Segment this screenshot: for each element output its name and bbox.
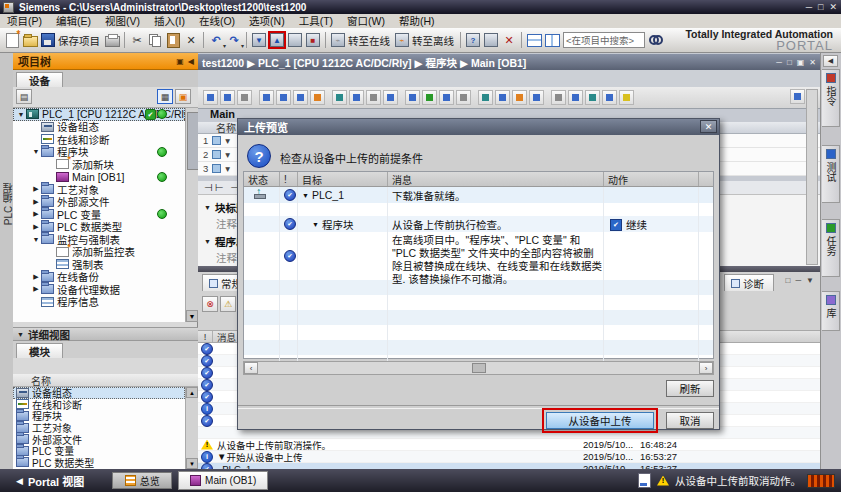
editor-toolbar-icon[interactable] [495, 90, 510, 105]
download-to-device-icon[interactable]: ▼ [251, 32, 267, 48]
column-view-icon[interactable]: ▦ [157, 89, 173, 104]
editor-toolbar-icon[interactable] [203, 90, 218, 105]
portal-view-button[interactable]: ◀ Portal 视图 [16, 473, 84, 489]
main-ob1-taskbar-tab[interactable]: Main (OB1) [178, 471, 268, 490]
expand-panel-icon[interactable]: ◀ [823, 55, 838, 67]
paste-icon[interactable] [165, 32, 181, 48]
copy-icon[interactable] [147, 32, 163, 48]
editor-toolbar-end-icon[interactable] [790, 89, 805, 104]
expander-icon[interactable]: ▼ [312, 221, 319, 228]
expander-icon[interactable]: ▼ [302, 192, 309, 199]
tree-item[interactable]: 强制表 [13, 258, 185, 271]
editor-window-control-icon[interactable]: ─ [776, 58, 782, 67]
editor-toolbar-icon[interactable] [332, 90, 347, 105]
upload-from-device-button[interactable]: 从设备中上传 [546, 412, 654, 429]
breadcrumb-path[interactable]: test1200 ▶ PLC_1 [CPU 1212C AC/DC/Rly] ▶… [202, 55, 526, 70]
print-icon[interactable] [104, 32, 120, 48]
online-diagnostics-icon[interactable]: ? [465, 32, 481, 48]
overview-button[interactable]: 总览 [112, 472, 172, 489]
open-editor-icon[interactable]: ▣ [175, 89, 191, 104]
menu-item[interactable]: 视图(V) [98, 14, 147, 28]
float-icon[interactable]: □ [786, 276, 791, 285]
editor-toolbar-icon[interactable] [293, 90, 308, 105]
editor-toolbar-icon[interactable] [422, 90, 437, 105]
editor-toolbar-icon[interactable] [568, 90, 583, 105]
start-cpu-icon[interactable] [287, 32, 303, 48]
tree-item[interactable]: ▼PLC_1 [CPU 1212C AC/DC/Rly]✔ [13, 108, 185, 121]
scrollbar-thumb[interactable] [472, 363, 486, 373]
cut-icon[interactable]: ✂ [129, 32, 145, 48]
editor-toolbar-icon[interactable] [310, 90, 325, 105]
editor-toolbar-icon[interactable] [478, 90, 493, 105]
menu-item[interactable]: 工具(T) [292, 14, 340, 28]
editor-window-control-icon[interactable]: □ [787, 58, 792, 67]
editor-window-control-icon[interactable]: ✕ [809, 58, 816, 67]
redo-icon[interactable]: ↷▾ [226, 32, 242, 48]
go-offline-icon[interactable]: ⌁ [394, 32, 410, 48]
expander-icon[interactable]: ▶ [31, 285, 41, 293]
detail-view-item[interactable]: PLC 数据类型 [13, 457, 185, 469]
breadcrumb[interactable]: test1200 ▶ PLC_1 [CPU 1212C AC/DC/Rly] ▶… [198, 54, 820, 70]
delete-icon[interactable]: ✕ [183, 32, 199, 48]
go-online-icon[interactable]: ⌁ [330, 32, 346, 48]
tree-item[interactable]: 程序信息 [13, 296, 185, 309]
filter-warnings-icon[interactable]: ⚠ [220, 296, 236, 312]
editor-vertical-scrollbar[interactable] [806, 89, 818, 265]
expander-icon[interactable]: ▼ [31, 148, 41, 155]
tree-item[interactable]: Main [OB1] [13, 171, 185, 184]
expander-icon[interactable]: ▶ [31, 273, 41, 281]
editor-toolbar-icon[interactable] [456, 90, 471, 105]
expand-icon[interactable]: ▼ [806, 276, 814, 285]
expander-icon[interactable]: ▶ [31, 198, 41, 206]
new-project-icon[interactable] [4, 32, 20, 48]
scroll-down-icon[interactable]: ▼ [186, 310, 198, 322]
minimize-icon[interactable]: ─ [795, 276, 801, 285]
split-horizontal-icon[interactable] [526, 32, 542, 48]
editor-toolbar-icon[interactable] [259, 90, 274, 105]
editor-toolbar-icon[interactable] [405, 90, 420, 105]
continue-checkbox[interactable]: ✔ [610, 219, 622, 231]
tree-item[interactable]: 在线和诊断 [13, 133, 185, 146]
tree-item[interactable]: ▶设备代理数据 [13, 283, 185, 296]
simulation-icon[interactable] [483, 32, 499, 48]
log-row[interactable]: i▼ 开始从设备中上传2019/5/10...16:53:27 [198, 451, 820, 463]
tab-modules[interactable]: 模块 [16, 343, 63, 359]
stop-cpu-icon[interactable]: ■ [305, 32, 321, 48]
editor-toolbar-icon[interactable] [512, 90, 527, 105]
menu-item[interactable]: 窗口(W) [340, 14, 392, 28]
dialog-horizontal-scrollbar[interactable]: ‹ › [243, 361, 714, 375]
editor-toolbar-icon[interactable] [276, 90, 291, 105]
editor-toolbar-icon[interactable] [349, 90, 364, 105]
dialog-title-bar[interactable]: 上传预览 [238, 119, 719, 135]
editor-toolbar-icon[interactable] [551, 90, 566, 105]
cancel-button[interactable]: 取消 [666, 412, 714, 429]
go-offline-label[interactable]: 转至离线 [412, 33, 454, 48]
right-strip-tab-2[interactable]: 测试 [822, 145, 840, 203]
save-project-icon[interactable] [40, 32, 56, 48]
pin-icon[interactable]: ▣ [176, 57, 184, 66]
filter-errors-icon[interactable]: ⊗ [202, 296, 218, 312]
window-control-icon[interactable]: ✕ [829, 2, 837, 12]
expander-icon[interactable]: ▶ [31, 210, 41, 218]
menu-item[interactable]: 编辑(E) [49, 14, 98, 28]
search-go-icon[interactable] [648, 32, 664, 48]
table-row[interactable]: ✔ 在离线项目中。"程序块"、"PLC 变量" 和 "PLC 数据类型" 文件夹… [244, 232, 713, 280]
tree-item[interactable]: 添加新块 [13, 158, 185, 171]
dialog-close-button[interactable]: ✕ [700, 120, 717, 133]
editor-toolbar-icon[interactable] [383, 90, 398, 105]
network-comment[interactable]: 注释 [216, 250, 237, 265]
block-comment[interactable]: 注释 [216, 216, 237, 231]
refresh-button[interactable]: 刷新 [666, 380, 714, 397]
menu-item[interactable]: 插入(I) [147, 14, 192, 28]
detail-view-scrollbar[interactable]: ▲ ▼ [185, 387, 198, 469]
editor-toolbar-icon[interactable] [619, 90, 634, 105]
undo-icon[interactable]: ↶▾ [208, 32, 224, 48]
split-vertical-icon[interactable] [544, 32, 560, 48]
go-online-label[interactable]: 转至在线 [348, 33, 390, 48]
save-project-label[interactable]: 保存项目 [58, 33, 100, 48]
menu-item[interactable]: 项目(P) [0, 14, 49, 28]
scroll-down-icon[interactable]: ▼ [186, 458, 198, 469]
editor-toolbar-icon[interactable] [366, 90, 381, 105]
expander-icon[interactable]: ▼ [217, 451, 226, 462]
editor-toolbar-icon[interactable] [529, 90, 544, 105]
